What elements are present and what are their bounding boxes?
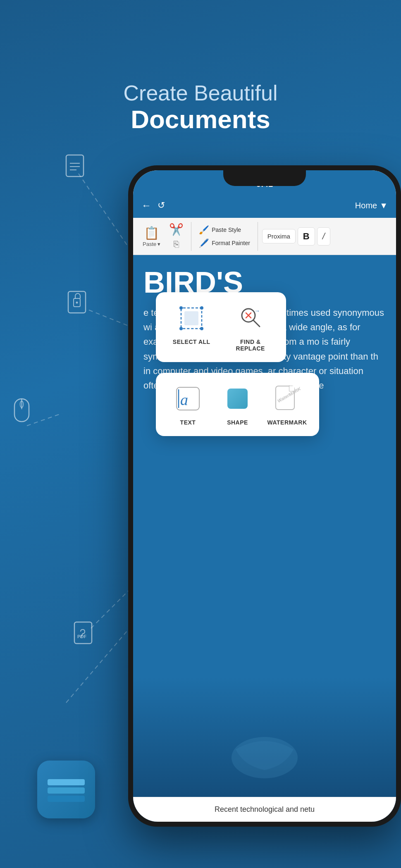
find-replace-label: FIND &REPLACE [236,339,265,352]
italic-button[interactable]: / [317,227,330,246]
select-all-item[interactable]: SELECT ALL [166,303,217,352]
insert-watermark-item[interactable]: WaterMARK WATERMARK [265,383,309,426]
format-painter-icon: 🖊️ [199,238,209,248]
toolbar: 📋 Paste ▾ ✂️ ⎘ 🖌️ Paste Style [133,218,396,255]
undo-button[interactable]: ↺ [158,200,165,211]
headline-bold: Documents [131,105,270,134]
paste-tool[interactable]: 📋 Paste ▾ [139,224,164,249]
headline-light: Create Beautiful [124,81,278,105]
paste-style-label: Paste Style [212,227,241,233]
paste-label: Paste ▾ [143,241,160,247]
svg-rect-26 [184,311,198,325]
svg-point-25 [200,327,203,330]
svg-line-28 [253,320,260,327]
svg-rect-18 [48,787,85,794]
cut-tool[interactable]: ✂️ ⎘ [166,221,187,252]
select-all-popup: SELECT ALL → [156,292,286,362]
nav-bar: ← ↺ Home ▼ [133,193,396,218]
insert-shape-item[interactable]: SHAPE [216,383,259,426]
paste-style-icon: 🖌️ [199,225,209,235]
select-all-icon [176,303,207,334]
home-chevron-icon: ▼ [380,201,388,210]
svg-point-22 [179,306,183,310]
select-all-label: SELECT ALL [173,339,210,345]
app-icon[interactable] [37,761,95,818]
svg-rect-35 [227,389,248,409]
svg-rect-17 [48,779,85,785]
text-insert-icon: a [172,383,203,414]
document-icon-top [64,153,89,186]
find-replace-icon: → [235,303,266,334]
svg-text:PDF: PDF [77,634,86,639]
bottom-caption-text: Recent technological and netu [215,805,315,814]
bold-button[interactable]: B [298,227,315,246]
svg-point-24 [179,327,183,330]
back-button[interactable]: ← [141,200,151,211]
scissors-icon: ✂️ [169,223,184,236]
style-tools: 🖌️ Paste Style 🖊️ Format Painter [196,224,253,249]
phone-mockup: 9:41 ← ↺ Home ▼ 📋 Paste ▾ [128,165,401,827]
insert-watermark-label: WATERMARK [267,419,307,426]
format-painter-label: Format Painter [212,240,250,246]
format-painter-button[interactable]: 🖊️ Format Painter [196,237,253,249]
watermark-insert-icon: WaterMARK [272,383,303,414]
insert-text-item[interactable]: a TEXT [166,383,210,426]
toolbar-divider-2 [258,222,258,251]
paste-icon: 📋 [144,226,159,240]
svg-point-23 [200,306,203,310]
svg-point-11 [76,302,78,304]
mouse-icon [12,397,31,429]
svg-text:WaterMARK: WaterMARK [277,386,301,403]
copy-icon: ⎘ [174,239,179,250]
home-menu[interactable]: Home ▼ [355,201,388,210]
svg-rect-19 [48,796,85,802]
svg-rect-5 [66,155,84,176]
svg-text:→: → [254,308,260,314]
toolbar-divider-1 [191,222,191,251]
svg-rect-15 [74,622,92,644]
svg-text:a: a [180,391,188,408]
home-label: Home [355,201,377,210]
bottom-caption-bar: Recent technological and netu [133,797,396,822]
find-replace-item[interactable]: → FIND &REPLACE [225,303,276,352]
insert-popup: a TEXT [156,373,319,436]
font-name-button[interactable]: Proxima [262,229,296,243]
shape-insert-icon [222,383,253,414]
paste-style-button[interactable]: 🖌️ Paste Style [196,224,253,236]
phone-notch [223,170,306,186]
document-lock-icon [66,289,90,322]
insert-text-label: TEXT [180,419,196,426]
pdf-icon: PDF [72,620,96,653]
insert-shape-label: SHAPE [227,419,248,426]
